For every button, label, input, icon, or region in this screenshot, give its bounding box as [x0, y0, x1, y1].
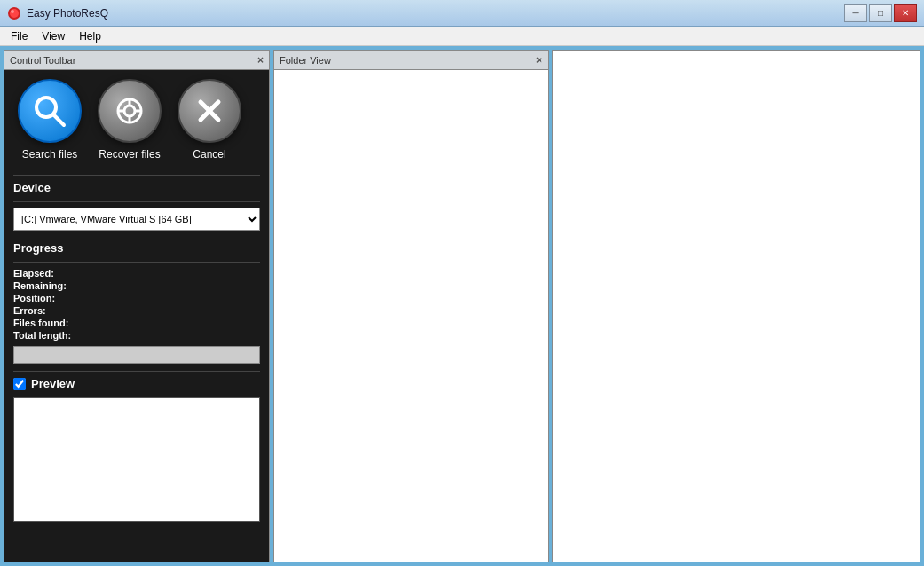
right-panel-body: [553, 51, 920, 562]
folder-view-body: [274, 70, 548, 562]
progress-section-label: Progress: [13, 241, 260, 255]
menubar: File View Help: [0, 27, 924, 46]
folder-view-close[interactable]: ×: [536, 55, 542, 66]
titlebar-controls: ─ □ ✕: [844, 4, 917, 22]
progress-position-row: Position:: [13, 293, 260, 303]
recover-files-button[interactable]: Recover files: [93, 79, 166, 161]
files-found-key: Files found:: [13, 318, 84, 328]
elapsed-key: Elapsed:: [13, 268, 84, 279]
total-length-key: Total length:: [13, 330, 84, 341]
control-toolbar-title: Control Toolbar: [10, 55, 75, 66]
position-key: Position:: [13, 293, 84, 303]
svg-point-1: [10, 9, 19, 18]
divider-3: [13, 262, 260, 263]
progress-total-row: Total length:: [13, 330, 260, 341]
titlebar: Easy PhotoResQ ─ □ ✕: [0, 0, 924, 27]
preview-checkbox[interactable]: [13, 378, 26, 390]
divider-2: [13, 201, 260, 202]
close-button[interactable]: ✕: [894, 4, 917, 22]
svg-point-2: [11, 10, 14, 13]
main-area: Control Toolbar × Search files: [0, 46, 924, 566]
restore-button[interactable]: □: [869, 4, 892, 22]
device-section-label: Device: [13, 181, 260, 194]
search-circle: [18, 79, 82, 143]
control-toolbar-header: Control Toolbar ×: [4, 51, 269, 70]
folder-view-panel: Folder View ×: [273, 50, 549, 562]
recover-files-label: Recover files: [99, 148, 160, 161]
cancel-button[interactable]: Cancel: [173, 79, 246, 161]
cancel-label: Cancel: [193, 148, 225, 161]
search-files-button[interactable]: Search files: [13, 79, 86, 161]
preview-label: Preview: [31, 377, 75, 390]
progress-remaining-row: Remaining:: [13, 280, 260, 291]
app-icon: [7, 6, 21, 20]
menu-file[interactable]: File: [4, 28, 35, 44]
preview-row: Preview: [13, 377, 260, 390]
control-toolbar-body: Search files Recover fil: [4, 70, 269, 562]
divider-4: [13, 371, 260, 372]
recover-circle: [98, 79, 162, 143]
search-icon: [32, 93, 67, 129]
folder-view-header: Folder View ×: [274, 51, 548, 70]
progress-bar-container: [13, 346, 260, 364]
svg-point-6: [124, 106, 135, 116]
progress-files-row: Files found:: [13, 318, 260, 328]
svg-line-4: [53, 114, 64, 125]
device-dropdown[interactable]: [C:] Vmware, VMware Virtual S [64 GB]: [13, 208, 260, 231]
recover-icon: [114, 95, 146, 127]
cancel-icon: [193, 95, 225, 127]
progress-elapsed-row: Elapsed:: [13, 268, 260, 279]
toolbar-buttons: Search files Recover fil: [13, 79, 260, 161]
folder-view-title: Folder View: [280, 55, 331, 66]
preview-area: [13, 397, 260, 522]
remaining-key: Remaining:: [13, 280, 84, 291]
menu-view[interactable]: View: [35, 28, 72, 44]
minimize-button[interactable]: ─: [844, 4, 867, 22]
divider-1: [13, 175, 260, 176]
progress-errors-row: Errors:: [13, 305, 260, 316]
right-panel: [552, 50, 920, 562]
progress-fields: Elapsed: Remaining: Position: Errors: Fi…: [13, 268, 260, 341]
cancel-circle: [178, 79, 241, 143]
errors-key: Errors:: [13, 305, 84, 316]
search-files-label: Search files: [22, 148, 78, 161]
control-toolbar-panel: Control Toolbar × Search files: [4, 50, 270, 562]
window-title: Easy PhotoResQ: [27, 7, 108, 20]
titlebar-left: Easy PhotoResQ: [7, 6, 108, 20]
menu-help[interactable]: Help: [72, 28, 108, 44]
control-toolbar-close[interactable]: ×: [257, 55, 264, 66]
